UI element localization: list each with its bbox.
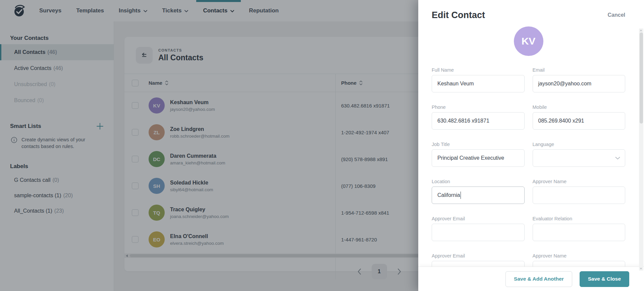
field-label: Approver Name: [533, 179, 626, 184]
panel-footer: Save & Add Another Save & Close: [418, 267, 644, 291]
approver-email-2-input[interactable]: [432, 261, 525, 267]
field-evaluator-relation: Evaluator Relation: [533, 216, 626, 241]
evaluator-relation-input[interactable]: [533, 224, 626, 241]
save-and-close-button[interactable]: Save & Close: [580, 271, 629, 287]
field-label: Language: [533, 142, 626, 147]
job-title-input[interactable]: Principal Creative Executive: [432, 149, 525, 167]
text-cursor: [461, 192, 461, 199]
field-approver-name-2: Approver Name: [533, 253, 626, 267]
field-label: Job Title: [432, 142, 525, 147]
panel-title: Edit Contact: [432, 10, 485, 20]
approver-name-input[interactable]: [533, 187, 626, 204]
full-name-input[interactable]: Keshaun Veum: [432, 75, 525, 92]
vertical-scrollbar-thumb[interactable]: [640, 32, 643, 124]
edit-contact-panel: Edit Contact Cancel KV Full Name Keshaun…: [418, 0, 644, 291]
field-phone: Phone 630.482.6816 x91871: [432, 104, 525, 130]
field-approver-email: Approver Email: [432, 216, 525, 241]
mobile-input[interactable]: 085.269.8400 x291: [533, 112, 626, 130]
vertical-scrollbar[interactable]: [639, 28, 643, 271]
field-label: Mobile: [533, 104, 626, 110]
field-label: Email: [533, 67, 626, 73]
save-and-add-another-button[interactable]: Save & Add Another: [505, 271, 572, 287]
input-value: 085.269.8400 x291: [538, 118, 584, 124]
email-input[interactable]: jayson20@yahoo.com: [533, 75, 626, 92]
field-full-name: Full Name Keshaun Veum: [432, 67, 525, 92]
field-label: Phone: [432, 104, 525, 110]
field-mobile: Mobile 085.269.8400 x291: [533, 104, 626, 130]
input-value: 630.482.6816 x91871: [437, 118, 489, 124]
field-label: Approver Name: [533, 253, 626, 259]
field-email: Email jayson20@yahoo.com: [533, 67, 626, 92]
input-value: Keshaun Veum: [437, 81, 474, 87]
input-value: Principal Creative Executive: [437, 155, 504, 161]
field-label: Approver Email: [432, 216, 525, 221]
field-approver-name: Approver Name: [533, 179, 626, 204]
field-approver-email-2: Approver Email: [432, 253, 525, 267]
field-job-title: Job Title Principal Creative Executive: [432, 142, 525, 167]
scroll-down-arrow-icon[interactable]: [640, 268, 642, 270]
approver-name-2-input[interactable]: [533, 261, 626, 267]
approver-email-input[interactable]: [432, 224, 525, 241]
input-value: jayson20@yahoo.com: [538, 81, 592, 87]
scroll-up-arrow-icon[interactable]: [640, 29, 642, 31]
chevron-down-icon: [615, 155, 620, 161]
field-language: Language: [533, 142, 626, 167]
contact-avatar: KV: [514, 26, 543, 56]
field-label: Location: [432, 179, 525, 184]
cancel-button[interactable]: Cancel: [608, 12, 625, 18]
language-select[interactable]: [533, 149, 626, 167]
phone-input[interactable]: 630.482.6816 x91871: [432, 112, 525, 130]
field-label: Evaluator Relation: [533, 216, 626, 221]
edit-contact-form: Edit Contact Cancel KV Full Name Keshaun…: [418, 0, 644, 267]
field-label: Approver Email: [432, 253, 525, 259]
input-value: California: [437, 192, 460, 198]
field-location: Location California: [432, 179, 525, 204]
app-root: Surveys Templates Insights Tickets Conta…: [0, 0, 644, 291]
field-label: Full Name: [432, 67, 525, 73]
location-input[interactable]: California: [432, 187, 525, 204]
